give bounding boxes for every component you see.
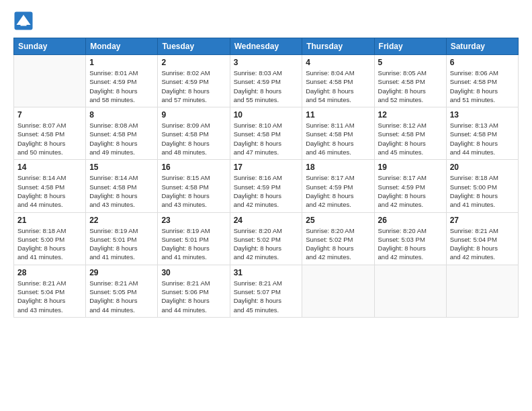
day-number: 31 xyxy=(234,268,299,277)
day-info: Sunrise: 8:18 AM Sunset: 5:00 PM Dayligh… xyxy=(450,173,515,209)
day-number: 23 xyxy=(161,216,226,225)
day-info: Sunrise: 8:04 AM Sunset: 4:58 PM Dayligh… xyxy=(306,68,370,104)
day-info: Sunrise: 8:20 AM Sunset: 5:02 PM Dayligh… xyxy=(306,226,370,262)
calendar-cell: 14Sunrise: 8:14 AM Sunset: 4:58 PM Dayli… xyxy=(14,160,86,212)
logo-icon xyxy=(13,11,34,31)
weekday-header: Tuesday xyxy=(158,38,230,55)
calendar-cell: 15Sunrise: 8:14 AM Sunset: 4:58 PM Dayli… xyxy=(86,160,158,212)
day-info: Sunrise: 8:17 AM Sunset: 4:59 PM Dayligh… xyxy=(378,173,443,209)
weekday-header: Sunday xyxy=(14,38,86,55)
calendar-cell: 7Sunrise: 8:07 AM Sunset: 4:58 PM Daylig… xyxy=(14,107,86,160)
day-number: 10 xyxy=(234,110,299,120)
calendar-cell xyxy=(302,265,374,317)
calendar-cell: 5Sunrise: 8:05 AM Sunset: 4:58 PM Daylig… xyxy=(374,55,446,107)
day-info: Sunrise: 8:11 AM Sunset: 4:58 PM Dayligh… xyxy=(306,121,370,156)
day-number: 17 xyxy=(234,163,299,172)
calendar-cell: 9Sunrise: 8:09 AM Sunset: 4:58 PM Daylig… xyxy=(158,107,230,160)
day-info: Sunrise: 8:08 AM Sunset: 4:58 PM Dayligh… xyxy=(89,121,154,156)
day-number: 22 xyxy=(89,216,154,225)
day-info: Sunrise: 8:03 AM Sunset: 4:59 PM Dayligh… xyxy=(234,68,299,104)
day-number: 19 xyxy=(378,163,443,172)
logo xyxy=(13,11,35,31)
day-number: 3 xyxy=(234,58,299,67)
calendar-cell: 1Sunrise: 8:01 AM Sunset: 4:59 PM Daylig… xyxy=(86,55,158,107)
day-number: 12 xyxy=(378,110,443,120)
day-number: 24 xyxy=(234,216,299,225)
day-info: Sunrise: 8:14 AM Sunset: 4:58 PM Dayligh… xyxy=(17,173,82,209)
weekday-header: Monday xyxy=(86,38,158,55)
day-info: Sunrise: 8:15 AM Sunset: 4:58 PM Dayligh… xyxy=(161,173,226,209)
day-number: 20 xyxy=(450,163,515,172)
day-number: 27 xyxy=(450,216,515,225)
weekday-header: Friday xyxy=(374,38,446,55)
calendar-cell: 18Sunrise: 8:17 AM Sunset: 4:59 PM Dayli… xyxy=(302,160,374,212)
calendar-cell xyxy=(446,265,518,317)
svg-rect-2 xyxy=(21,22,27,26)
page-container: SundayMondayTuesdayWednesdayThursdayFrid… xyxy=(0,0,532,324)
day-info: Sunrise: 8:20 AM Sunset: 5:03 PM Dayligh… xyxy=(378,226,443,262)
day-number: 28 xyxy=(17,268,82,277)
day-info: Sunrise: 8:18 AM Sunset: 5:00 PM Dayligh… xyxy=(17,226,82,262)
calendar-cell: 23Sunrise: 8:19 AM Sunset: 5:01 PM Dayli… xyxy=(158,212,230,265)
day-number: 26 xyxy=(378,216,443,225)
calendar-cell: 4Sunrise: 8:04 AM Sunset: 4:58 PM Daylig… xyxy=(302,55,374,107)
calendar-cell: 12Sunrise: 8:12 AM Sunset: 4:58 PM Dayli… xyxy=(374,107,446,160)
weekday-header: Thursday xyxy=(302,38,374,55)
day-number: 30 xyxy=(161,268,226,277)
day-number: 29 xyxy=(89,268,154,277)
calendar-cell: 10Sunrise: 8:10 AM Sunset: 4:58 PM Dayli… xyxy=(230,107,302,160)
header xyxy=(13,11,519,31)
day-number: 13 xyxy=(450,110,515,120)
calendar-cell: 3Sunrise: 8:03 AM Sunset: 4:59 PM Daylig… xyxy=(230,55,302,107)
day-number: 2 xyxy=(161,58,226,67)
calendar-cell: 28Sunrise: 8:21 AM Sunset: 5:04 PM Dayli… xyxy=(14,265,86,317)
day-info: Sunrise: 8:21 AM Sunset: 5:06 PM Dayligh… xyxy=(161,279,226,314)
day-info: Sunrise: 8:19 AM Sunset: 5:01 PM Dayligh… xyxy=(89,226,154,262)
calendar-cell: 19Sunrise: 8:17 AM Sunset: 4:59 PM Dayli… xyxy=(374,160,446,212)
day-number: 21 xyxy=(17,216,82,225)
day-info: Sunrise: 8:17 AM Sunset: 4:59 PM Dayligh… xyxy=(306,173,370,209)
day-info: Sunrise: 8:06 AM Sunset: 4:58 PM Dayligh… xyxy=(450,68,515,104)
calendar-cell: 6Sunrise: 8:06 AM Sunset: 4:58 PM Daylig… xyxy=(446,55,518,107)
day-number: 6 xyxy=(450,58,515,67)
day-info: Sunrise: 8:02 AM Sunset: 4:59 PM Dayligh… xyxy=(161,68,226,104)
day-info: Sunrise: 8:20 AM Sunset: 5:02 PM Dayligh… xyxy=(234,226,299,262)
calendar-cell: 29Sunrise: 8:21 AM Sunset: 5:05 PM Dayli… xyxy=(86,265,158,317)
weekday-header: Wednesday xyxy=(230,38,302,55)
day-info: Sunrise: 8:21 AM Sunset: 5:04 PM Dayligh… xyxy=(450,226,515,262)
day-number: 18 xyxy=(306,163,370,172)
calendar-cell: 17Sunrise: 8:16 AM Sunset: 4:59 PM Dayli… xyxy=(230,160,302,212)
calendar-cell: 8Sunrise: 8:08 AM Sunset: 4:58 PM Daylig… xyxy=(86,107,158,160)
day-number: 25 xyxy=(306,216,370,225)
calendar-cell: 31Sunrise: 8:21 AM Sunset: 5:07 PM Dayli… xyxy=(230,265,302,317)
day-number: 1 xyxy=(89,58,154,67)
day-info: Sunrise: 8:05 AM Sunset: 4:58 PM Dayligh… xyxy=(378,68,443,104)
calendar-cell: 13Sunrise: 8:13 AM Sunset: 4:58 PM Dayli… xyxy=(446,107,518,160)
calendar-cell: 20Sunrise: 8:18 AM Sunset: 5:00 PM Dayli… xyxy=(446,160,518,212)
day-number: 5 xyxy=(378,58,443,67)
day-info: Sunrise: 8:10 AM Sunset: 4:58 PM Dayligh… xyxy=(234,121,299,156)
day-info: Sunrise: 8:16 AM Sunset: 4:59 PM Dayligh… xyxy=(234,173,299,209)
calendar-cell: 22Sunrise: 8:19 AM Sunset: 5:01 PM Dayli… xyxy=(86,212,158,265)
day-number: 11 xyxy=(306,110,370,120)
day-info: Sunrise: 8:09 AM Sunset: 4:58 PM Dayligh… xyxy=(161,121,226,156)
day-info: Sunrise: 8:21 AM Sunset: 5:07 PM Dayligh… xyxy=(234,279,299,314)
calendar-cell: 16Sunrise: 8:15 AM Sunset: 4:58 PM Dayli… xyxy=(158,160,230,212)
calendar-cell: 25Sunrise: 8:20 AM Sunset: 5:02 PM Dayli… xyxy=(302,212,374,265)
day-number: 4 xyxy=(306,58,370,67)
calendar-cell xyxy=(14,55,86,107)
day-info: Sunrise: 8:13 AM Sunset: 4:58 PM Dayligh… xyxy=(450,121,515,156)
calendar-cell: 30Sunrise: 8:21 AM Sunset: 5:06 PM Dayli… xyxy=(158,265,230,317)
calendar-cell: 21Sunrise: 8:18 AM Sunset: 5:00 PM Dayli… xyxy=(14,212,86,265)
day-number: 9 xyxy=(161,110,226,120)
day-info: Sunrise: 8:21 AM Sunset: 5:04 PM Dayligh… xyxy=(17,279,82,314)
day-number: 14 xyxy=(17,163,82,172)
day-number: 15 xyxy=(89,163,154,172)
day-number: 7 xyxy=(17,110,82,120)
calendar-cell xyxy=(374,265,446,317)
calendar: SundayMondayTuesdayWednesdayThursdayFrid… xyxy=(13,38,519,318)
calendar-cell: 2Sunrise: 8:02 AM Sunset: 4:59 PM Daylig… xyxy=(158,55,230,107)
day-info: Sunrise: 8:14 AM Sunset: 4:58 PM Dayligh… xyxy=(89,173,154,209)
day-number: 16 xyxy=(161,163,226,172)
calendar-cell: 27Sunrise: 8:21 AM Sunset: 5:04 PM Dayli… xyxy=(446,212,518,265)
